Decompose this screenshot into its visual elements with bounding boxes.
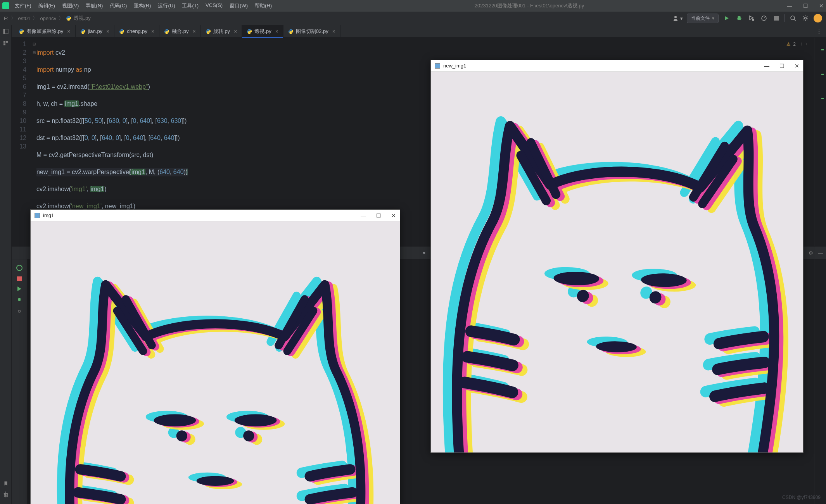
rerun-icon[interactable]	[16, 265, 22, 271]
tab-overflow-icon[interactable]: ⋮	[812, 25, 826, 37]
coverage-button[interactable]	[747, 14, 756, 22]
app-icon	[35, 213, 40, 218]
window-maximize-icon[interactable]: ☐	[376, 212, 381, 219]
tab-close-icon[interactable]: ×	[106, 28, 109, 35]
left-bottom-strip: 结构	[0, 407, 12, 504]
tab-close-icon[interactable]: ×	[151, 28, 154, 35]
menu-help[interactable]: 帮助(H)	[255, 2, 272, 9]
python-file-icon	[19, 29, 24, 34]
tab-label: 透视.py	[254, 28, 271, 35]
menu-edit[interactable]: 编辑(E)	[38, 2, 55, 9]
window-minimize-icon[interactable]: —	[361, 212, 366, 219]
tab-label: 图像加减乘除.py	[26, 28, 63, 35]
debug-step-icon[interactable]	[16, 297, 22, 303]
editor-tab[interactable]: jian.py×	[76, 25, 115, 37]
window-title-text: new_img1	[443, 63, 466, 69]
breadcrumb-segment[interactable]: 透视.py	[74, 15, 90, 22]
svg-point-3	[791, 16, 795, 20]
tab-close-icon[interactable]: ×	[234, 28, 237, 35]
editor-tab[interactable]: 旋转.py×	[201, 25, 242, 37]
menu-window[interactable]: 窗口(W)	[230, 2, 248, 9]
right-margin-line	[814, 38, 814, 504]
debug-button[interactable]	[735, 14, 743, 22]
main-menu[interactable]: 文件(F) 编辑(E) 视图(V) 导航(N) 代码(C) 重构(R) 运行(U…	[15, 2, 272, 9]
settings-button[interactable]	[801, 14, 810, 22]
svg-point-4	[805, 17, 807, 19]
svg-rect-8	[6, 41, 8, 43]
expand-tool-icon[interactable]	[3, 491, 9, 496]
inspection-widget[interactable]: ⚠2〈〉	[786, 40, 810, 48]
python-file-icon	[288, 29, 294, 34]
breadcrumb-segment[interactable]: opencv	[40, 16, 56, 21]
python-file-icon	[119, 29, 124, 34]
menu-vcs[interactable]: VCS(S)	[206, 2, 223, 9]
window-title: 20231220图像处理001 - F:\est01\opencv\透视.py	[272, 2, 787, 9]
svg-point-0	[752, 19, 754, 21]
stop-icon[interactable]	[17, 276, 22, 281]
menu-run[interactable]: 运行(U)	[158, 2, 175, 9]
svg-rect-7	[3, 41, 5, 43]
menu-tools[interactable]: 工具(T)	[182, 2, 199, 9]
resume-icon[interactable]	[17, 287, 21, 291]
gear-icon	[802, 15, 809, 21]
run-config-label: 当前文件	[691, 15, 710, 22]
window-maximize-icon[interactable]: ☐	[803, 3, 808, 9]
user-menu[interactable]: ▾	[672, 15, 683, 21]
window-close-icon[interactable]: ✕	[391, 212, 396, 219]
window-titlebar[interactable]: img1 — ☐ ✕	[31, 210, 400, 221]
menu-code[interactable]: 代码(C)	[110, 2, 127, 9]
tab-label: 图像切割02.py	[296, 28, 328, 35]
tab-label: 旋转.py	[213, 28, 230, 35]
tab-label: 融合.py	[172, 28, 188, 35]
breadcrumb-segment[interactable]: est01	[18, 16, 31, 21]
run-button[interactable]	[722, 14, 731, 22]
search-button[interactable]	[789, 14, 797, 22]
breadcrumb[interactable]: F:〉 est01〉 opencv〉 透视.py	[4, 15, 91, 22]
python-file-icon	[66, 16, 71, 21]
error-stripe[interactable]	[821, 49, 824, 99]
opencv-window-new-img1[interactable]: new_img1 — ☐ ✕	[430, 60, 804, 453]
search-icon	[790, 15, 796, 21]
window-minimize-icon[interactable]: —	[764, 63, 769, 69]
svg-rect-9	[3, 43, 5, 45]
editor-tab[interactable]: 融合.py×	[159, 25, 201, 37]
line-gutter[interactable]: 12345678910111213	[12, 38, 32, 279]
warning-icon: ⚠	[786, 40, 791, 48]
app-logo	[2, 2, 9, 9]
tab-close-icon[interactable]: ×	[275, 28, 278, 35]
window-titlebar[interactable]: new_img1 — ☐ ✕	[431, 60, 803, 72]
window-close-icon[interactable]: ✕	[795, 63, 799, 69]
project-tool-icon[interactable]	[3, 28, 9, 35]
menu-file[interactable]: 文件(F)	[15, 2, 31, 9]
tab-close-icon[interactable]: ×	[67, 28, 70, 35]
editor-tab[interactable]: 图像切割02.py×	[283, 25, 340, 37]
menu-refactor[interactable]: 重构(R)	[134, 2, 151, 9]
editor-tab-active[interactable]: 透视.py×	[242, 25, 283, 37]
bookmarks-tool-icon[interactable]	[3, 481, 9, 486]
avatar[interactable]	[814, 14, 822, 22]
profile-button[interactable]	[760, 14, 768, 22]
editor-tabs: 图像加减乘除.py× jian.py× cheng.py× 融合.py× 旋转.…	[0, 25, 826, 38]
run-configuration-selector[interactable]: 当前文件 ▾	[687, 14, 719, 23]
svg-rect-2	[774, 16, 779, 21]
tab-close-icon[interactable]: ×	[193, 28, 196, 35]
tab-label: jian.py	[88, 28, 103, 34]
tab-close-icon[interactable]: ×	[423, 250, 426, 256]
panel-settings-icon[interactable]: ⚙	[809, 250, 813, 256]
editor-tab[interactable]: cheng.py×	[114, 25, 159, 37]
panel-hide-icon[interactable]: —	[818, 250, 823, 256]
window-close-icon[interactable]: ✕	[819, 3, 824, 9]
stop-button[interactable]	[772, 14, 781, 22]
window-title-text: img1	[43, 212, 54, 218]
window-maximize-icon[interactable]: ☐	[779, 63, 785, 69]
opencv-window-img1[interactable]: img1 — ☐ ✕	[30, 209, 400, 504]
breadcrumb-segment[interactable]: F:	[4, 16, 9, 21]
image-canvas	[31, 221, 400, 504]
structure-tool-icon[interactable]	[3, 40, 9, 46]
menu-navigate[interactable]: 导航(N)	[86, 2, 103, 9]
settings-icon[interactable]	[16, 308, 22, 314]
editor-tab[interactable]: 图像加减乘除.py×	[14, 25, 76, 37]
menu-view[interactable]: 视图(V)	[62, 2, 79, 9]
tab-close-icon[interactable]: ×	[332, 28, 335, 35]
window-minimize-icon[interactable]: —	[787, 3, 792, 9]
